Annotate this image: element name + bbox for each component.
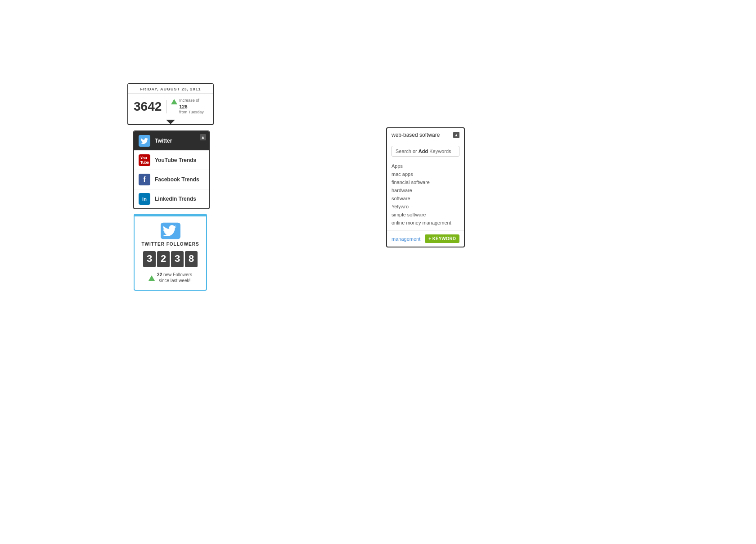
followers-increase-text: 22 new Followers since last week! — [157, 272, 192, 283]
ticker-display: 3 2 3 8 — [135, 251, 206, 267]
scroll-up-icon[interactable]: ▲ — [200, 134, 206, 140]
linkedin-icon: in — [139, 193, 150, 205]
date-title: FRIDAY, AUGUST 23, 2011 — [132, 87, 209, 91]
followers-up-arrow-icon — [148, 275, 155, 281]
youtube-label: YouTube Trends — [155, 157, 196, 163]
digit-3: 3 — [171, 251, 184, 267]
notch — [128, 120, 213, 124]
increase-since: from Tuesday — [179, 110, 204, 114]
followers-label: new Followers — [163, 272, 192, 277]
search-text: Search — [396, 148, 411, 154]
social-menu-item-twitter[interactable]: Twitter ▲ — [134, 131, 209, 151]
add-text: Add — [418, 148, 428, 154]
twitter-logo-icon — [161, 223, 180, 239]
keyword-item[interactable]: financial software — [392, 178, 459, 186]
increase-label: Increase of — [179, 98, 199, 103]
keyword-item[interactable]: software — [392, 194, 459, 202]
date-body: 3642 Increase of 126 from Tuesday — [128, 94, 213, 120]
digit-2: 2 — [157, 251, 170, 267]
management-link[interactable]: management — [392, 236, 420, 242]
digit-1: 3 — [143, 251, 156, 267]
count-value: 3642 — [134, 99, 162, 114]
followers-count: 22 — [157, 272, 162, 277]
divider — [166, 100, 166, 113]
keyword-item[interactable]: mac apps — [392, 170, 459, 178]
add-keyword-button[interactable]: + KEYWORD — [425, 234, 459, 243]
keywords-search-box[interactable]: Search or Add Keywords — [392, 146, 459, 157]
increase-section: Increase of 126 from Tuesday — [171, 98, 207, 115]
keyword-item[interactable]: simple software — [392, 211, 459, 219]
followers-increase: 22 new Followers since last week! — [135, 272, 206, 283]
keywords-list: Apps mac apps financial software hardwar… — [387, 160, 464, 230]
date-count-widget: FRIDAY, AUGUST 23, 2011 3642 Increase of… — [127, 83, 214, 125]
twitter-followers-widget: TWITTER FOLLOWERS 3 2 3 8 22 new Followe… — [134, 214, 207, 291]
keywords-placeholder: Keywords — [428, 148, 451, 154]
keywords-footer: management + KEYWORD — [387, 230, 464, 247]
twitter-label: Twitter — [155, 138, 172, 144]
keywords-title: web-based software — [392, 132, 440, 138]
keywords-widget: web-based software ▲ Search or Add Keywo… — [386, 127, 465, 247]
increase-value: 126 — [179, 104, 187, 109]
keyword-item[interactable]: Apps — [392, 162, 459, 170]
date-header: FRIDAY, AUGUST 23, 2011 — [128, 84, 213, 94]
youtube-icon: YouTube — [139, 154, 150, 166]
followers-since: since last week! — [159, 278, 191, 283]
social-menu-item-youtube[interactable]: YouTube YouTube Trends — [134, 151, 209, 170]
increase-text: Increase of 126 from Tuesday — [179, 98, 207, 115]
linkedin-label: LinkedIn Trends — [155, 196, 196, 202]
twitter-followers-title: TWITTER FOLLOWERS — [135, 242, 206, 247]
up-arrow-icon — [171, 99, 177, 104]
facebook-label: Facebook Trends — [155, 176, 199, 183]
digit-4: 8 — [185, 251, 198, 267]
social-menu-item-facebook[interactable]: f Facebook Trends — [134, 170, 209, 189]
keyword-item[interactable]: online money management — [392, 219, 459, 227]
keyword-item[interactable]: Yelywro — [392, 202, 459, 211]
keywords-scroll-icon[interactable]: ▲ — [453, 132, 459, 138]
keyword-item[interactable]: hardware — [392, 186, 459, 194]
social-menu-item-linkedin[interactable]: in LinkedIn Trends — [134, 189, 209, 208]
keywords-header: web-based software ▲ — [387, 128, 464, 142]
or-text: or — [411, 148, 418, 154]
facebook-icon: f — [139, 174, 150, 185]
social-menu-widget: Twitter ▲ YouTube YouTube Trends f Faceb… — [133, 130, 210, 209]
twitter-icon — [139, 135, 150, 147]
